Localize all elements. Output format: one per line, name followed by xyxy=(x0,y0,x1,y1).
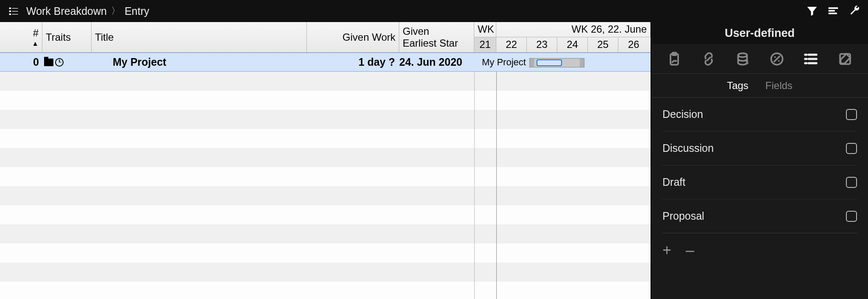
note-icon[interactable] xyxy=(835,48,856,70)
tag-checkbox[interactable] xyxy=(846,143,857,154)
breadcrumb-part-2[interactable]: Entry xyxy=(125,5,149,17)
chevron-right-icon: 〉 xyxy=(111,5,120,17)
tag-item[interactable]: Draft xyxy=(662,165,857,199)
percent-icon[interactable] xyxy=(766,48,787,70)
column-number[interactable]: # ▲ xyxy=(0,22,42,52)
row-given-work[interactable]: 1 day ? xyxy=(307,56,399,68)
svg-text:$: $ xyxy=(745,58,749,65)
column-number-label: # xyxy=(33,27,39,39)
inspector-title: User-defined xyxy=(651,22,868,44)
gantt-divider xyxy=(474,53,475,299)
row-given-start[interactable]: 24. Jun 2020 xyxy=(399,56,474,68)
gantt-today-line xyxy=(496,53,497,299)
breadcrumb[interactable]: Work Breakdown 〉 Entry xyxy=(26,5,149,17)
tag-checkbox[interactable] xyxy=(846,109,857,120)
tag-item[interactable]: Proposal xyxy=(662,199,857,233)
tab-tags[interactable]: Tags xyxy=(727,80,748,92)
outline-rows: 0 My Project 1 day ? 24. Jun 2020 My Pro… xyxy=(0,53,651,299)
column-given-start-label2: Earliest Star xyxy=(403,37,470,49)
gantt-bar-inner[interactable] xyxy=(537,59,562,66)
breadcrumb-part-1[interactable]: Work Breakdown xyxy=(26,5,107,17)
gantt-bar-handle-left[interactable] xyxy=(530,59,534,67)
inspector-panel: User-defined $ Tags Fields Decision Disc… xyxy=(651,22,868,299)
column-traits-label: Traits xyxy=(46,31,88,43)
outline-gantt-panel: # ▲ Traits Title Given Work Given Earlie… xyxy=(0,22,651,299)
gantt-bar[interactable] xyxy=(529,58,584,67)
gantt-day-cell[interactable]: 24 xyxy=(557,37,588,53)
column-title-label: Title xyxy=(95,31,303,43)
column-given-work[interactable]: Given Work xyxy=(307,22,399,52)
row-title[interactable]: My Project xyxy=(92,56,307,68)
column-given-work-label: Given Work xyxy=(342,31,395,43)
inspector-icon-row: $ xyxy=(651,44,868,74)
auto-schedule-icon xyxy=(55,58,64,67)
column-headers: # ▲ Traits Title Given Work Given Earlie… xyxy=(0,22,651,53)
outline-icon[interactable] xyxy=(5,3,22,20)
column-given-start-label1: Given xyxy=(403,25,470,37)
clipboard-icon[interactable] xyxy=(664,48,685,70)
gantt-bar-label: My Project xyxy=(482,57,526,68)
filter-icon[interactable] xyxy=(804,3,821,20)
gantt-day-cell[interactable]: 25 xyxy=(588,37,618,53)
gantt-day-cell[interactable]: 23 xyxy=(527,37,557,53)
tag-checkbox[interactable] xyxy=(846,177,857,188)
cost-icon[interactable]: $ xyxy=(732,48,753,70)
gantt-timescale: WK WK 26, 22. June 21 22 23 24 25 26 xyxy=(474,22,651,52)
week-right-cell[interactable]: WK 26, 22. June xyxy=(496,22,651,37)
row-traits xyxy=(42,58,92,67)
list-icon[interactable] xyxy=(800,48,821,70)
week-right-label: WK 26, 22. June xyxy=(572,23,647,35)
tag-label: Decision xyxy=(662,108,703,120)
gantt-day-cell[interactable]: 26 xyxy=(618,37,649,53)
add-tag-button[interactable]: + xyxy=(662,243,671,258)
tag-checkbox[interactable] xyxy=(846,211,857,222)
gantt-day-row: 21 22 23 24 25 26 xyxy=(474,37,651,53)
svg-point-2 xyxy=(738,53,747,57)
row-number: 0 xyxy=(0,56,42,68)
alignment-icon[interactable] xyxy=(825,3,842,20)
week-left-cell[interactable]: WK xyxy=(474,22,496,37)
tag-add-remove: + – xyxy=(651,233,868,267)
row-gantt: My Project xyxy=(474,53,651,71)
sort-ascending-icon: ▲ xyxy=(32,40,39,48)
column-traits[interactable]: Traits xyxy=(42,22,92,52)
tag-list: Decision Discussion Draft Proposal xyxy=(651,98,868,233)
inspector-tabs: Tags Fields xyxy=(651,74,868,98)
gantt-day-cell[interactable]: 22 xyxy=(496,37,527,53)
gantt-day-cell[interactable]: 21 xyxy=(474,37,496,53)
tag-item[interactable]: Discussion xyxy=(662,131,857,165)
table-row[interactable]: 0 My Project 1 day ? 24. Jun 2020 My Pro… xyxy=(0,53,651,72)
tag-label: Draft xyxy=(662,176,685,188)
tab-fields[interactable]: Fields xyxy=(765,80,793,92)
tag-item[interactable]: Decision xyxy=(662,98,857,131)
tag-label: Discussion xyxy=(662,142,714,154)
wrench-icon[interactable] xyxy=(846,3,863,20)
gantt-bar-handle-right[interactable] xyxy=(580,59,584,67)
column-given-start[interactable]: Given Earliest Star xyxy=(399,22,474,52)
week-left-label: WK xyxy=(478,23,494,35)
tag-label: Proposal xyxy=(662,210,704,222)
folder-icon xyxy=(44,59,53,66)
link-icon[interactable] xyxy=(698,48,719,70)
column-title[interactable]: Title xyxy=(92,22,307,52)
remove-tag-button[interactable]: – xyxy=(686,243,694,258)
top-toolbar: Work Breakdown 〉 Entry xyxy=(0,0,868,22)
